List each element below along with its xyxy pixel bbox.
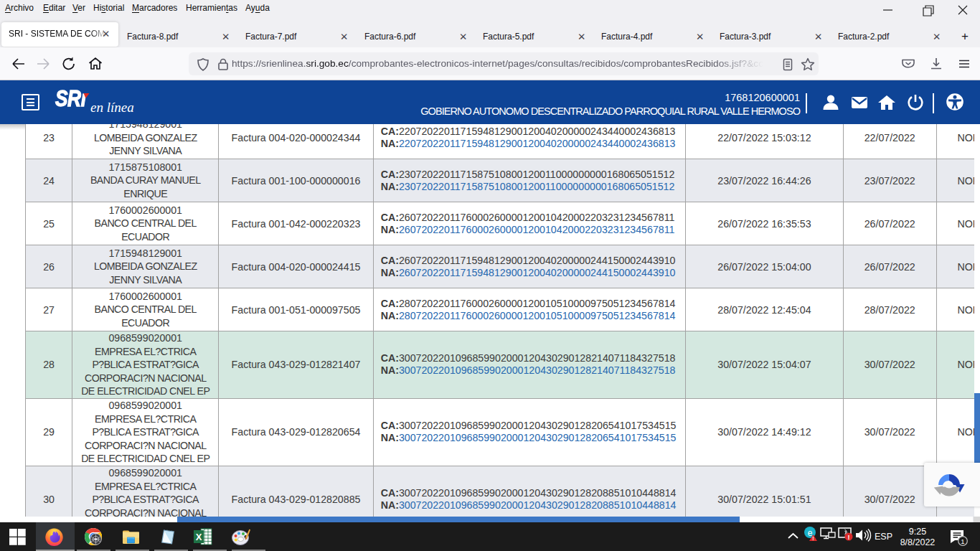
svg-text:!: ! xyxy=(812,536,814,541)
svg-text:X: X xyxy=(196,532,202,542)
svg-text:1: 1 xyxy=(961,537,964,545)
svg-text:!: ! xyxy=(848,534,850,541)
